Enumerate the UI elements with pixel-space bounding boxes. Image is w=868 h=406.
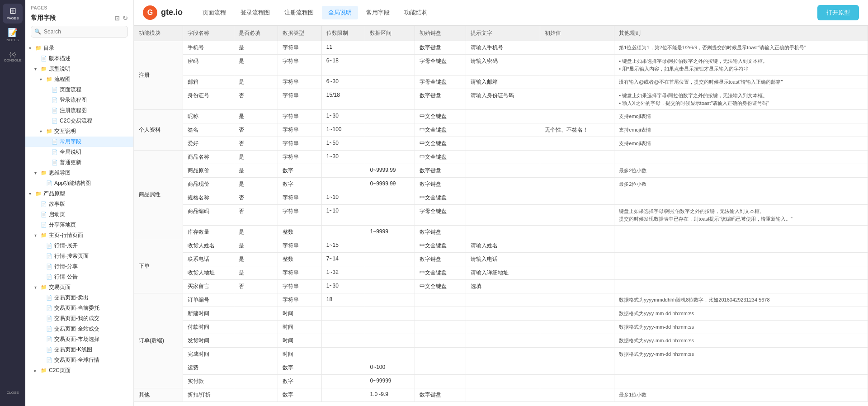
nav-link-登录流程图[interactable]: 登录流程图	[234, 6, 276, 19]
tree-item-label: 普通更新	[60, 159, 81, 166]
table-cell	[234, 334, 278, 348]
tree-item-label: 行情-展开	[54, 242, 78, 250]
export-icon[interactable]: ⊡	[114, 14, 120, 22]
tree-item-行情-公告[interactable]: 📄行情-公告	[25, 272, 133, 282]
toolbar-console[interactable]: {x} CONSOLE	[3, 47, 23, 67]
table-cell	[466, 375, 540, 388]
tree-item-全局说明[interactable]: 📄全局说明	[25, 147, 133, 157]
table-cell	[466, 191, 540, 205]
table-cell: 6~30	[321, 76, 365, 89]
table-cell	[234, 293, 278, 307]
tree-item-故事版[interactable]: 📄故事版	[25, 199, 133, 209]
tree-item-原型说明[interactable]: ▾📁原型说明	[25, 64, 133, 74]
tree-item-行情-搜索页面[interactable]: 📄行情-搜索页面	[25, 251, 133, 261]
table-cell: 字符串	[278, 191, 322, 205]
page-icon: 📄	[46, 336, 52, 342]
table-cell: 请输入身份证号码	[466, 89, 540, 110]
nav-link-常用字段[interactable]: 常用字段	[360, 6, 396, 19]
fields-table: 功能模块字段名称是否必填数据类型位数限制数据区间初始键盘提示文字初始值其他规则 …	[134, 25, 868, 402]
toolbar-pages[interactable]: ⊞ PAGES	[3, 4, 23, 24]
tree-item-启动页[interactable]: 📄启动页	[25, 209, 133, 220]
nav-link-全局说明[interactable]: 全局说明	[322, 6, 358, 19]
console-label: CONSOLE	[4, 58, 21, 62]
table-cell: 中文全键盘	[415, 123, 466, 137]
tree-item-产品原型[interactable]: ▾📁产品原型	[25, 189, 133, 199]
table-cell: 字符串	[278, 205, 322, 226]
table-cell: 是	[234, 266, 278, 280]
page-icon: 📄	[46, 274, 52, 280]
tree-item-App功能结构图[interactable]: 📄App功能结构图	[25, 178, 133, 189]
tree-item-目录[interactable]: ▾📁目录	[25, 43, 133, 53]
table-cell: 字符串	[278, 293, 322, 307]
search-input[interactable]	[31, 26, 128, 38]
tree-item-版本描述[interactable]: 📄版本描述	[25, 53, 133, 64]
tree-item-注册流程图[interactable]: 📄注册流程图	[25, 105, 133, 116]
tree-item-C2C页面[interactable]: ▸📁C2C页面	[25, 365, 133, 376]
tree-item-C2C交易流程[interactable]: 📄C2C交易流程	[25, 116, 133, 126]
table-cell: 中文全键盘	[415, 151, 466, 164]
open-prototype-button[interactable]: 打开原型	[817, 5, 859, 20]
table-cell: 字符串	[278, 266, 322, 280]
tree-item-交易页面-卖出[interactable]: 📄交易页面-卖出	[25, 293, 133, 303]
tree-item-label: 交易页面-卖出	[54, 294, 89, 302]
table-cell	[540, 321, 614, 334]
table-cell	[540, 76, 614, 89]
table-cell: 无个性、不签名！	[540, 123, 614, 137]
table-row: 邮箱是字符串6~30字母全键盘请输入邮箱没有输入@或者@不在首尾位置，提交的时候…	[134, 76, 868, 89]
tree-item-页面流程[interactable]: 📄页面流程	[25, 85, 133, 95]
tree-item-分享落地页[interactable]: 📄分享落地页	[25, 220, 133, 230]
table-cell	[540, 191, 614, 205]
notes-icon: 📝	[8, 28, 18, 37]
table-row: 注册手机号是字符串11数字键盘请输入手机号第1位必须为1，第2位不能是1/2/6…	[134, 41, 868, 55]
refresh-icon[interactable]: ↻	[123, 14, 128, 22]
table-cell: 爱好	[183, 137, 234, 151]
tree-item-交易页面-全站成交[interactable]: 📄交易页面-全站成交	[25, 324, 133, 334]
pages-label: PAGES	[7, 16, 19, 20]
tree-item-交易页面-全球行情[interactable]: 📄交易页面-全球行情	[25, 355, 133, 365]
tree-item-交易页面-我的成交[interactable]: 📄交易页面-我的成交	[25, 313, 133, 324]
table-cell: 折扣/打折	[183, 388, 234, 402]
tree-item-行情-展开[interactable]: 📄行情-展开	[25, 241, 133, 251]
tree-item-交互说明[interactable]: ▾📁交互说明	[25, 126, 133, 137]
table-cell	[466, 110, 540, 123]
nav-link-页面流程[interactable]: 页面流程	[196, 6, 232, 19]
page-icon: 📄	[46, 253, 52, 259]
table-cell: 数字键盘	[415, 178, 466, 191]
tree-item-交易页面-市场选择[interactable]: 📄交易页面-市场选择	[25, 334, 133, 345]
table-cell: 数字键盘	[415, 41, 466, 55]
toolbar-close[interactable]: CLOSE	[3, 382, 23, 402]
nav-link-功能结构[interactable]: 功能结构	[398, 6, 434, 19]
tree-item-常用字段[interactable]: 📄常用字段	[25, 137, 133, 147]
logo-icon: G	[143, 5, 157, 20]
tree-item-交易页面[interactable]: ▾📁交易页面	[25, 282, 133, 293]
nav-link-注册流程图[interactable]: 注册流程图	[278, 6, 320, 19]
tree-item-label: C2C页面	[49, 367, 71, 374]
tree-item-流程图[interactable]: ▾📁流程图	[25, 74, 133, 85]
page-icon: 📄	[46, 180, 52, 186]
table-cell: 1~32	[321, 266, 365, 280]
table-cell	[365, 307, 415, 321]
tree-item-label: 交易页面-全站成交	[54, 325, 99, 333]
tree-item-主页-行情页面[interactable]: ▾📁主页-行情页面	[25, 230, 133, 241]
table-cell: 第1位必须为1，第2位不能是1/2/6/9，否则提交的时候显示toast"请输入…	[614, 41, 868, 55]
table-cell: 数字键盘	[415, 164, 466, 178]
table-cell: 0~9999.99	[365, 178, 415, 191]
tree-item-label: 交互说明	[54, 127, 76, 135]
folder-icon: 📁	[41, 66, 47, 72]
tree-item-label: 登录流程图	[60, 96, 87, 104]
tree-item-label: 行情-公告	[54, 273, 78, 281]
tree-item-行情-分享[interactable]: 📄行情-分享	[25, 261, 133, 272]
tree-item-label: 常用字段	[60, 138, 81, 146]
sidebar-search: 🔍	[31, 26, 128, 38]
toolbar-notes[interactable]: 📝 NOTES	[3, 25, 23, 45]
close-label: CLOSE	[6, 391, 19, 395]
table-cell: 1~30	[321, 280, 365, 293]
tree-item-普通更新[interactable]: 📄普通更新	[25, 157, 133, 168]
table-cell: 请输入详细地址	[466, 266, 540, 280]
table-cell: 1~10	[321, 205, 365, 226]
table-cell	[614, 151, 868, 164]
tree-item-登录流程图[interactable]: 📄登录流程图	[25, 95, 133, 105]
tree-item-交易页面-当前委托[interactable]: 📄交易页面-当前委托	[25, 303, 133, 313]
tree-item-交易页面-K线图[interactable]: 📄交易页面-K线图	[25, 345, 133, 355]
tree-item-思维导图[interactable]: ▾📁思维导图	[25, 168, 133, 178]
